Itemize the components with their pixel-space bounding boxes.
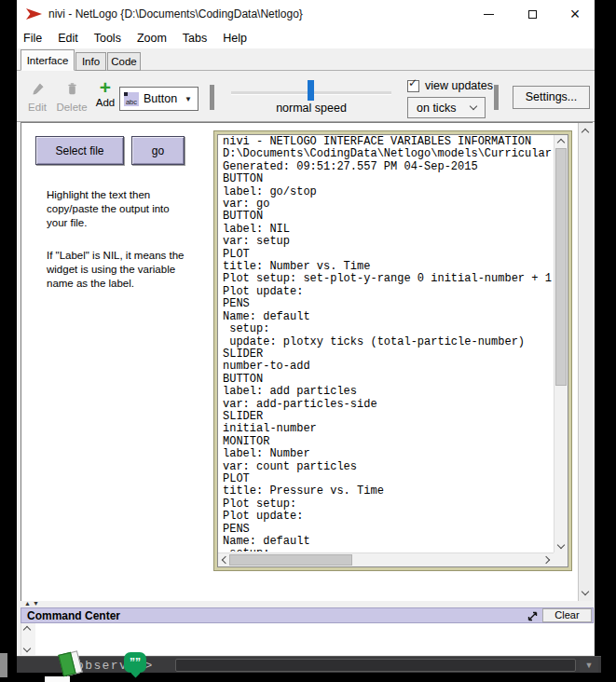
command-center-output[interactable]	[21, 623, 594, 655]
settings-button[interactable]: Settings...	[513, 86, 590, 109]
scroll-down-icon	[582, 588, 589, 595]
scroll-up-icon	[557, 139, 565, 146]
command-input[interactable]	[175, 659, 576, 672]
scroll-left-icon	[222, 556, 229, 564]
instruction-text-1: Highlight the text then copy/paste the o…	[47, 188, 214, 230]
quotes-glyph: ””	[124, 654, 146, 671]
output-widget: nivi - NETLOGO INTERFACE VARIABLES INFOR…	[213, 130, 572, 571]
go-button[interactable]: go	[131, 136, 185, 165]
widget-type-value: Button	[144, 92, 177, 105]
scroll-right-icon	[542, 556, 550, 564]
taskbar-edge-fragment	[0, 653, 7, 677]
command-output-scrollbar[interactable]	[21, 623, 35, 655]
instruction-text-2: If "Label" is NIL, it means the widget i…	[47, 249, 228, 291]
output-text: nivi - NETLOGO INTERFACE VARIABLES INFOR…	[223, 136, 553, 552]
menu-item-file[interactable]: File	[23, 32, 50, 45]
command-center-header: Command Center Clear	[21, 607, 594, 623]
add-button[interactable]: + Add	[92, 80, 118, 108]
widget-type-dropdown[interactable]: abc Button ▼	[119, 87, 198, 111]
tab-bar: Interface Info Code	[17, 48, 595, 71]
tab-interface[interactable]: Interface	[21, 49, 75, 71]
menu-item-edit[interactable]: Edit	[58, 32, 87, 45]
menu-item-zoom[interactable]: Zoom	[137, 32, 175, 45]
pencil-icon	[31, 82, 45, 96]
clear-button[interactable]: Clear	[542, 608, 592, 622]
observer-command-row: observer> ▼	[17, 656, 601, 673]
output-horizontal-scrollbar[interactable]	[218, 552, 554, 566]
window-title: nivi - NetLogo {D:\Documents\CodingData\…	[48, 0, 303, 28]
close-icon: ×	[570, 6, 581, 22]
toolbar-separator	[494, 85, 499, 110]
menu-item-help[interactable]: Help	[223, 32, 255, 45]
output-vertical-scrollbar[interactable]	[554, 135, 568, 552]
resize-diagonal-icon	[527, 610, 539, 622]
edit-button[interactable]: Edit	[23, 82, 51, 113]
dropdown-arrow-icon: ▼	[585, 661, 594, 670]
command-center-splitter[interactable]: ▲ ▼	[17, 601, 595, 607]
select-file-button[interactable]: Select file	[35, 136, 124, 165]
view-updates-label: view updates	[425, 79, 493, 92]
canvas-vertical-scrollbar[interactable]	[578, 123, 593, 601]
speed-slider-label: normal speed	[231, 102, 391, 115]
interface-canvas: Select file go Highlight the text then c…	[21, 122, 593, 601]
scrollbar-corner	[554, 552, 568, 566]
minimize-icon	[484, 14, 494, 15]
delete-button[interactable]: Delete	[53, 82, 90, 113]
abc-widget-icon: abc	[124, 92, 139, 106]
update-mode-dropdown[interactable]: on ticks	[407, 97, 486, 118]
maximize-icon	[528, 10, 537, 19]
plus-icon: +	[92, 80, 118, 95]
tab-info[interactable]: Info	[75, 52, 106, 71]
maximize-button[interactable]	[518, 0, 546, 28]
trash-icon	[65, 82, 79, 96]
close-button[interactable]: ×	[561, 0, 589, 28]
menu-item-tabs[interactable]: Tabs	[183, 32, 215, 45]
toolbar-separator	[210, 85, 214, 110]
splitter-up-icon[interactable]: ▲	[24, 600, 31, 607]
netlogo-window: nivi - NetLogo {D:\Documents\CodingData\…	[17, 0, 595, 673]
scroll-down-icon	[557, 541, 565, 549]
chat-taskbar-icon[interactable]: ””	[124, 652, 148, 676]
speed-slider-handle[interactable]	[308, 80, 314, 101]
dropdown-arrow-icon: ▼	[185, 95, 192, 103]
notebook-taskbar-icon[interactable]	[59, 651, 85, 677]
command-center-title: Command Center	[27, 609, 120, 622]
title-bar: nivi - NetLogo {D:\Documents\CodingData\…	[17, 0, 595, 28]
menu-item-tools[interactable]: Tools	[94, 32, 130, 45]
tab-code[interactable]: Code	[107, 52, 141, 71]
scroll-up-icon	[582, 129, 589, 136]
scrollbar-thumb[interactable]	[555, 148, 567, 386]
minimize-button[interactable]	[474, 0, 502, 28]
command-history-button[interactable]: ▼	[580, 658, 598, 673]
toolbar: Edit Delete + Add abc Button ▼ normal sp…	[17, 71, 595, 122]
update-mode-value: on ticks	[417, 102, 456, 115]
delete-label: Delete	[53, 102, 90, 113]
scrollbar-thumb[interactable]	[229, 554, 352, 566]
scroll-down-icon	[23, 645, 31, 652]
expand-button[interactable]	[527, 609, 540, 621]
edit-label: Edit	[23, 102, 51, 113]
splitter-down-icon[interactable]: ▼	[33, 600, 39, 607]
menu-bar: File Edit Tools Zoom Tabs Help	[17, 28, 595, 48]
output-text-area[interactable]: nivi - NETLOGO INTERFACE VARIABLES INFOR…	[217, 134, 568, 567]
add-label: Add	[92, 97, 118, 108]
checkbox-check-icon: ✓	[408, 76, 418, 89]
chevron-down-icon	[470, 102, 477, 110]
netlogo-logo-icon	[26, 7, 42, 21]
scroll-up-icon	[23, 626, 31, 634]
